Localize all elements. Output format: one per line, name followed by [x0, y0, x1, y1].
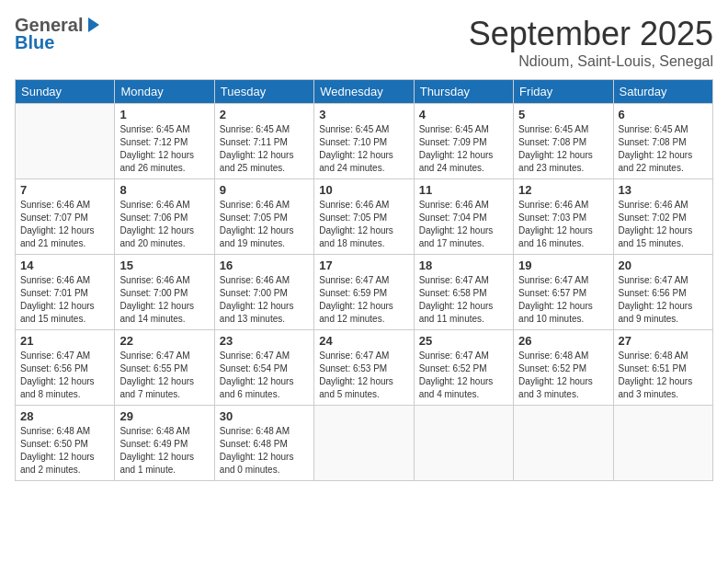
calendar-cell	[613, 406, 712, 481]
calendar-cell: 12Sunrise: 6:46 AM Sunset: 7:03 PM Dayli…	[514, 179, 613, 255]
calendar-cell: 30Sunrise: 6:48 AM Sunset: 6:48 PM Dayli…	[214, 406, 313, 481]
week-row-3: 21Sunrise: 6:47 AM Sunset: 6:56 PM Dayli…	[16, 330, 713, 406]
day-info: Sunrise: 6:46 AM Sunset: 7:05 PM Dayligh…	[220, 199, 309, 250]
calendar-cell: 15Sunrise: 6:46 AM Sunset: 7:00 PM Dayli…	[115, 255, 214, 330]
day-number: 22	[119, 334, 209, 348]
calendar-cell: 17Sunrise: 6:47 AM Sunset: 6:59 PM Dayli…	[314, 255, 414, 330]
calendar-cell	[514, 406, 613, 481]
day-number: 5	[518, 108, 608, 121]
title-block: September 2025 Ndioum, Saint-Louis, Sene…	[469, 15, 713, 70]
calendar-cell: 13Sunrise: 6:46 AM Sunset: 7:02 PM Dayli…	[613, 179, 712, 255]
calendar-cell: 27Sunrise: 6:48 AM Sunset: 6:51 PM Dayli…	[613, 330, 712, 406]
day-info: Sunrise: 6:45 AM Sunset: 7:08 PM Dayligh…	[518, 123, 608, 175]
day-number: 13	[619, 183, 708, 197]
day-number: 16	[220, 259, 309, 272]
calendar-cell	[16, 104, 115, 179]
day-number: 1	[119, 108, 209, 121]
day-number: 3	[319, 108, 408, 121]
calendar-cell: 11Sunrise: 6:46 AM Sunset: 7:04 PM Dayli…	[414, 179, 513, 255]
day-info: Sunrise: 6:45 AM Sunset: 7:12 PM Dayligh…	[119, 123, 209, 175]
weekday-header-friday: Friday	[514, 80, 613, 104]
calendar-cell: 21Sunrise: 6:47 AM Sunset: 6:56 PM Dayli…	[16, 330, 115, 406]
calendar-cell: 28Sunrise: 6:48 AM Sunset: 6:50 PM Dayli…	[16, 406, 115, 481]
day-info: Sunrise: 6:45 AM Sunset: 7:08 PM Dayligh…	[619, 123, 708, 175]
day-info: Sunrise: 6:48 AM Sunset: 6:49 PM Dayligh…	[119, 425, 209, 477]
day-info: Sunrise: 6:47 AM Sunset: 6:56 PM Dayligh…	[619, 274, 708, 326]
day-info: Sunrise: 6:45 AM Sunset: 7:10 PM Dayligh…	[319, 123, 408, 175]
day-number: 10	[319, 183, 408, 197]
day-number: 18	[419, 259, 508, 272]
calendar-cell: 20Sunrise: 6:47 AM Sunset: 6:56 PM Dayli…	[613, 255, 712, 330]
day-info: Sunrise: 6:48 AM Sunset: 6:48 PM Dayligh…	[220, 425, 309, 477]
calendar-cell: 3Sunrise: 6:45 AM Sunset: 7:10 PM Daylig…	[314, 104, 414, 179]
day-number: 7	[20, 183, 109, 197]
week-row-2: 14Sunrise: 6:46 AM Sunset: 7:01 PM Dayli…	[16, 255, 713, 330]
day-number: 4	[419, 108, 508, 121]
day-number: 14	[20, 259, 109, 272]
day-number: 8	[119, 183, 209, 197]
calendar-cell: 24Sunrise: 6:47 AM Sunset: 6:53 PM Dayli…	[314, 330, 414, 406]
day-number: 26	[518, 334, 608, 348]
calendar-cell: 8Sunrise: 6:46 AM Sunset: 7:06 PM Daylig…	[115, 179, 214, 255]
day-number: 21	[20, 334, 109, 348]
calendar-cell: 10Sunrise: 6:46 AM Sunset: 7:05 PM Dayli…	[314, 179, 414, 255]
day-number: 23	[220, 334, 309, 348]
week-row-1: 7Sunrise: 6:46 AM Sunset: 7:07 PM Daylig…	[16, 179, 713, 255]
week-row-0: 1Sunrise: 6:45 AM Sunset: 7:12 PM Daylig…	[16, 104, 713, 179]
calendar-cell: 18Sunrise: 6:47 AM Sunset: 6:58 PM Dayli…	[414, 255, 513, 330]
calendar-cell: 19Sunrise: 6:47 AM Sunset: 6:57 PM Dayli…	[514, 255, 613, 330]
day-info: Sunrise: 6:46 AM Sunset: 7:00 PM Dayligh…	[220, 274, 309, 326]
day-number: 11	[419, 183, 508, 197]
calendar-cell: 2Sunrise: 6:45 AM Sunset: 7:11 PM Daylig…	[214, 104, 313, 179]
calendar-cell: 16Sunrise: 6:46 AM Sunset: 7:00 PM Dayli…	[214, 255, 313, 330]
day-info: Sunrise: 6:46 AM Sunset: 7:00 PM Dayligh…	[119, 274, 209, 326]
day-info: Sunrise: 6:48 AM Sunset: 6:50 PM Dayligh…	[20, 425, 109, 477]
calendar-cell: 23Sunrise: 6:47 AM Sunset: 6:54 PM Dayli…	[214, 330, 313, 406]
day-info: Sunrise: 6:47 AM Sunset: 6:53 PM Dayligh…	[319, 350, 408, 401]
day-info: Sunrise: 6:48 AM Sunset: 6:51 PM Dayligh…	[619, 350, 708, 401]
calendar-cell: 6Sunrise: 6:45 AM Sunset: 7:08 PM Daylig…	[613, 104, 712, 179]
logo: General Blue	[15, 15, 103, 53]
calendar-cell: 29Sunrise: 6:48 AM Sunset: 6:49 PM Dayli…	[115, 406, 214, 481]
day-info: Sunrise: 6:46 AM Sunset: 7:07 PM Dayligh…	[20, 199, 109, 250]
calendar-cell: 9Sunrise: 6:46 AM Sunset: 7:05 PM Daylig…	[214, 179, 313, 255]
day-info: Sunrise: 6:47 AM Sunset: 6:56 PM Dayligh…	[20, 350, 109, 401]
day-info: Sunrise: 6:46 AM Sunset: 7:06 PM Dayligh…	[119, 199, 209, 250]
calendar-table: SundayMondayTuesdayWednesdayThursdayFrid…	[15, 79, 713, 481]
day-number: 20	[619, 259, 708, 272]
weekday-header-tuesday: Tuesday	[214, 80, 313, 104]
day-info: Sunrise: 6:45 AM Sunset: 7:09 PM Dayligh…	[419, 123, 508, 175]
weekday-header-thursday: Thursday	[414, 80, 513, 104]
day-number: 17	[319, 259, 408, 272]
day-number: 24	[319, 334, 408, 348]
day-info: Sunrise: 6:46 AM Sunset: 7:01 PM Dayligh…	[20, 274, 109, 326]
logo-arrow-icon	[85, 16, 103, 34]
day-info: Sunrise: 6:46 AM Sunset: 7:02 PM Dayligh…	[619, 199, 708, 250]
day-number: 25	[419, 334, 508, 348]
month-title: September 2025	[469, 15, 713, 53]
calendar-cell	[414, 406, 513, 481]
day-number: 2	[220, 108, 309, 121]
logo-blue-text: Blue	[15, 32, 54, 52]
day-number: 28	[20, 409, 109, 423]
calendar-cell: 7Sunrise: 6:46 AM Sunset: 7:07 PM Daylig…	[16, 179, 115, 255]
day-number: 6	[619, 108, 708, 121]
weekday-header-row: SundayMondayTuesdayWednesdayThursdayFrid…	[16, 80, 713, 104]
week-row-4: 28Sunrise: 6:48 AM Sunset: 6:50 PM Dayli…	[16, 406, 713, 481]
calendar-cell: 5Sunrise: 6:45 AM Sunset: 7:08 PM Daylig…	[514, 104, 613, 179]
day-info: Sunrise: 6:47 AM Sunset: 6:52 PM Dayligh…	[419, 350, 508, 401]
day-number: 27	[619, 334, 708, 348]
weekday-header-saturday: Saturday	[613, 80, 712, 104]
svg-marker-0	[88, 17, 99, 32]
day-info: Sunrise: 6:46 AM Sunset: 7:04 PM Dayligh…	[419, 199, 508, 250]
day-info: Sunrise: 6:47 AM Sunset: 6:55 PM Dayligh…	[119, 350, 209, 401]
day-info: Sunrise: 6:47 AM Sunset: 6:58 PM Dayligh…	[419, 274, 508, 326]
day-info: Sunrise: 6:48 AM Sunset: 6:52 PM Dayligh…	[518, 350, 608, 401]
day-info: Sunrise: 6:46 AM Sunset: 7:05 PM Dayligh…	[319, 199, 408, 250]
page-header: General Blue September 2025 Ndioum, Sain…	[15, 15, 713, 70]
calendar-cell: 25Sunrise: 6:47 AM Sunset: 6:52 PM Dayli…	[414, 330, 513, 406]
day-number: 9	[220, 183, 309, 197]
calendar-cell	[314, 406, 414, 481]
day-info: Sunrise: 6:47 AM Sunset: 6:57 PM Dayligh…	[518, 274, 608, 326]
day-number: 19	[518, 259, 608, 272]
